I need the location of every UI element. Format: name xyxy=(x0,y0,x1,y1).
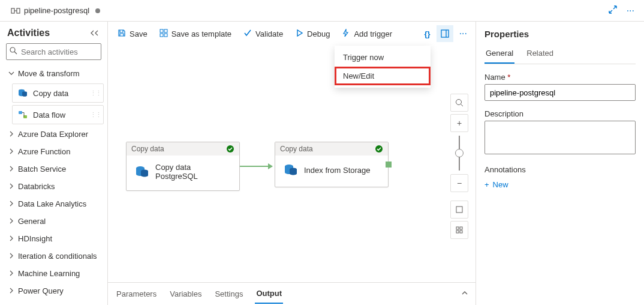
tab-output[interactable]: Output xyxy=(255,284,283,304)
category-item[interactable]: General xyxy=(0,213,107,230)
category-item[interactable]: Data Lake Analytics xyxy=(0,195,107,213)
search-icon xyxy=(10,47,17,55)
svg-line-22 xyxy=(461,104,464,107)
properties-panel: Properties General Related Name Descript… xyxy=(476,22,644,305)
activity-data-flow[interactable]: Data flow ⋮⋮ xyxy=(12,105,104,124)
node-connector xyxy=(240,166,272,167)
node-index-from-storage[interactable]: Copy data Index from Storage xyxy=(275,142,389,187)
expand-icon[interactable] xyxy=(604,3,622,19)
chevron-right-icon xyxy=(8,270,14,277)
svg-rect-26 xyxy=(456,231,459,233)
data-flow-icon xyxy=(17,109,28,120)
category-item[interactable]: Iteration & conditionals xyxy=(0,247,107,265)
category-label: Machine Learning xyxy=(18,269,80,278)
properties-toggle-button[interactable] xyxy=(437,25,453,42)
category-label: Move & transform xyxy=(18,69,80,78)
category-move-transform[interactable]: Move & transform xyxy=(0,65,107,82)
category-item[interactable]: Power Query xyxy=(0,282,107,300)
svg-rect-7 xyxy=(19,111,22,114)
properties-tab-general[interactable]: General xyxy=(484,45,514,64)
category-label: Azure Function xyxy=(18,147,70,156)
copy-data-icon xyxy=(17,88,28,98)
template-icon xyxy=(160,29,168,39)
activities-search-input[interactable] xyxy=(6,43,101,60)
activity-tile-label: Data flow xyxy=(33,110,65,119)
bottom-panel-collapse[interactable] xyxy=(461,289,468,298)
top-more-icon[interactable]: ··· xyxy=(622,3,639,19)
save-template-button[interactable]: Save as template xyxy=(155,25,236,43)
category-label: Iteration & conditionals xyxy=(18,252,97,261)
save-button[interactable]: Save xyxy=(113,25,152,43)
status-ok-icon xyxy=(375,145,383,153)
category-label: Batch Service xyxy=(18,165,66,174)
database-icon xyxy=(135,165,149,179)
description-input[interactable] xyxy=(484,121,636,154)
properties-header: Properties xyxy=(484,29,636,39)
debug-button[interactable]: Debug xyxy=(290,25,335,43)
category-item[interactable]: Batch Service xyxy=(0,160,107,178)
chevron-right-icon xyxy=(8,166,14,173)
code-button[interactable]: {} xyxy=(421,27,434,41)
zoom-in-button[interactable]: + xyxy=(450,114,468,132)
add-annotation-button[interactable]: + New xyxy=(484,180,636,189)
activities-collapse-toggle[interactable] xyxy=(91,29,101,37)
category-label: Databricks xyxy=(18,182,55,191)
name-label: Name xyxy=(484,73,636,82)
debug-icon xyxy=(295,29,303,39)
zoom-out-button[interactable]: − xyxy=(450,174,468,192)
node-output-port[interactable] xyxy=(386,162,392,168)
validate-button[interactable]: Validate xyxy=(239,25,288,43)
properties-tab-related[interactable]: Related xyxy=(525,45,555,64)
chevron-down-icon xyxy=(8,70,14,77)
node-type-label: Copy data xyxy=(280,145,313,153)
activities-title: Activities xyxy=(7,28,50,38)
pipeline-tab[interactable]: pipeline-postgresql xyxy=(6,0,105,21)
zoom-reset-button[interactable] xyxy=(450,94,468,112)
plus-icon: + xyxy=(484,180,489,189)
menu-new-edit[interactable]: New/Edit xyxy=(335,67,431,85)
category-label: Power Query xyxy=(18,286,64,295)
activity-copy-data[interactable]: Copy data ⋮⋮ xyxy=(12,83,104,103)
pipeline-tab-title: pipeline-postgresql xyxy=(24,6,89,15)
fit-to-screen-button[interactable] xyxy=(450,201,468,219)
node-type-label: Copy data xyxy=(131,145,164,153)
zoom-slider-thumb[interactable] xyxy=(455,149,464,157)
svg-point-3 xyxy=(10,47,15,52)
tab-settings[interactable]: Settings xyxy=(213,285,244,303)
tab-parameters[interactable]: Parameters xyxy=(115,285,158,303)
svg-rect-24 xyxy=(456,227,459,229)
name-input[interactable] xyxy=(484,84,636,101)
svg-rect-13 xyxy=(441,30,449,37)
svg-point-21 xyxy=(456,100,462,105)
svg-line-4 xyxy=(14,52,17,54)
trigger-icon xyxy=(342,29,350,39)
category-item[interactable]: Azure Data Explorer xyxy=(0,125,107,143)
status-ok-icon xyxy=(226,145,234,153)
activity-tile-label: Copy data xyxy=(33,89,68,98)
svg-rect-10 xyxy=(164,29,167,32)
canvas-toolbar: Save Save as template Validate Debug Add… xyxy=(108,22,476,46)
unsaved-indicator xyxy=(95,8,100,13)
node-copy-data-postgresql[interactable]: Copy data Copy data PostgreSQL xyxy=(126,142,240,191)
category-item[interactable]: Machine Learning xyxy=(0,265,107,282)
category-item[interactable]: Databricks xyxy=(0,178,107,195)
chevron-right-icon xyxy=(8,131,14,138)
zoom-slider[interactable] xyxy=(459,136,460,171)
category-label: HDInsight xyxy=(18,234,52,243)
category-item[interactable]: HDInsight xyxy=(0,230,107,247)
toolbar-more-button[interactable]: ··· xyxy=(456,26,471,41)
validate-icon xyxy=(243,29,252,39)
svg-rect-9 xyxy=(160,29,163,32)
svg-rect-23 xyxy=(456,207,462,213)
add-trigger-button[interactable]: Add trigger xyxy=(337,25,397,43)
svg-rect-11 xyxy=(160,34,163,37)
autolayout-button[interactable] xyxy=(450,221,468,239)
pipeline-icon xyxy=(11,6,20,16)
menu-trigger-now[interactable]: Trigger now xyxy=(335,48,431,67)
tab-variables[interactable]: Variables xyxy=(168,285,203,303)
database-icon xyxy=(284,163,298,177)
category-item[interactable]: Azure Function xyxy=(0,143,107,160)
svg-rect-0 xyxy=(11,8,14,13)
chevron-right-icon xyxy=(8,218,14,225)
bottom-tabs: Parameters Variables Settings Output xyxy=(108,282,476,305)
